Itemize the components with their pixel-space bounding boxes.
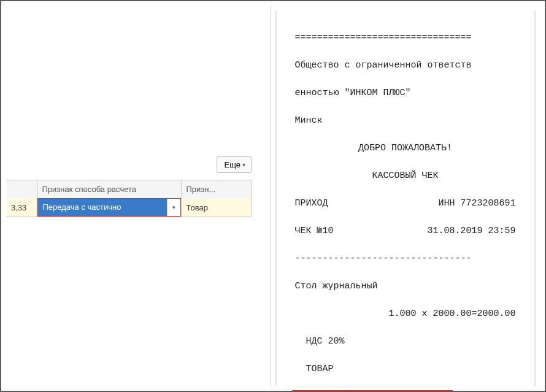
rc-welcome: ДОБРО ПОЖАЛОВАТЬ! xyxy=(295,142,516,156)
rc-item-calc: 1.000 х 2000.00=2000.00 xyxy=(295,307,516,321)
rc-op-label: ПРИХОД xyxy=(295,197,328,211)
rc-check-label: ЧЕК №10 xyxy=(295,225,334,239)
cell-method[interactable]: Передача с частично xyxy=(37,198,181,217)
more-button[interactable]: Еще xyxy=(217,156,252,173)
cell-subject[interactable]: Товар xyxy=(181,198,252,217)
method-field-value[interactable]: Передача с частично xyxy=(38,199,167,216)
cell-amount[interactable]: 3,33 xyxy=(6,198,37,217)
rc-datetime: 31.08.2019 23:59 xyxy=(427,225,515,239)
table-header-row: Признак способа расчета Призн... xyxy=(6,180,252,198)
items-table-fragment: Признак способа расчета Призн... 3,33 Пе… xyxy=(6,180,252,217)
receipt-content: ================================ Обществ… xyxy=(295,17,516,392)
rc-inn-label: ИНН xyxy=(438,198,455,209)
rc-doc-type: КАССОВЫЙ ЧЕК xyxy=(295,169,516,183)
rc-org-1: Общество с ограниченной ответств xyxy=(295,59,516,73)
rc-dash-1: -------------------------------- xyxy=(295,252,516,266)
col-subject-header[interactable]: Призн... xyxy=(181,180,252,198)
rc-org-2: енностью "ИНКОМ ПЛЮС" xyxy=(295,86,516,101)
receipt-preview-panel: ================================ Обществ… xyxy=(270,6,540,386)
rc-city: Минск xyxy=(295,114,516,128)
col-amount-header xyxy=(6,180,37,198)
rc-sep-top: ================================ xyxy=(295,31,516,45)
col-method-header[interactable]: Признак способа расчета xyxy=(37,180,181,198)
receipt-paper: ================================ Обществ… xyxy=(277,11,534,386)
method-field-highlight: Передача с частично xyxy=(37,198,181,217)
more-label: Еще xyxy=(225,160,240,169)
rc-goods: ТОВАР xyxy=(295,363,516,377)
rc-vat: НДС 20% xyxy=(295,335,516,349)
rc-item-name: Стол журнальный xyxy=(295,280,516,294)
method-dropdown-button[interactable] xyxy=(167,199,180,216)
rc-method-highlight: ЧАСТИЧНЫЙ РАСЧЕТ И КРЕДИТ xyxy=(292,390,453,393)
rc-inn-value: 7723208691 xyxy=(460,198,515,209)
table-row[interactable]: 3,33 Передача с частично Товар xyxy=(6,198,252,217)
